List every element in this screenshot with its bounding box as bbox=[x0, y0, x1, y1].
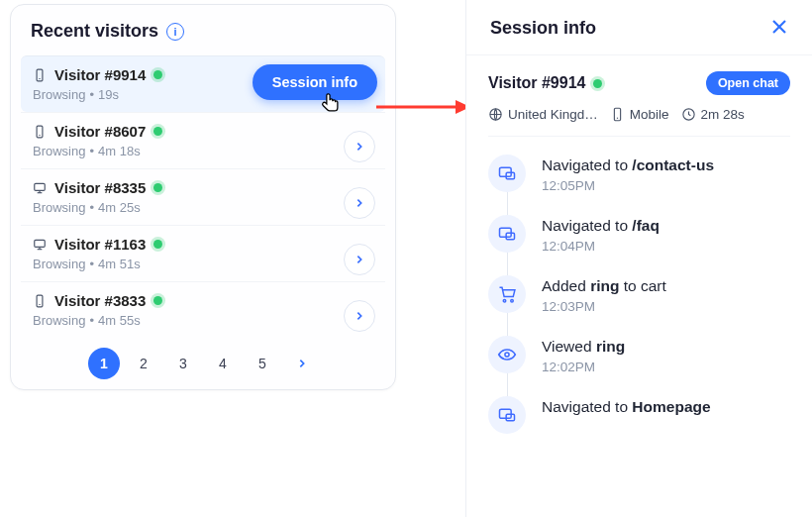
timeline-title: Viewed ring bbox=[542, 338, 625, 356]
svg-point-25 bbox=[511, 299, 514, 302]
session-info-panel: Session info Visitor #9914 Open chat Uni… bbox=[465, 0, 812, 517]
visitor-name: Visitor #9914 bbox=[54, 66, 146, 83]
mobile-icon bbox=[33, 125, 47, 139]
visitor-name: Visitor #3833 bbox=[54, 292, 146, 309]
meta-duration: 2m 28s bbox=[681, 107, 745, 122]
visitor-row[interactable]: Visitor #3833 Browsing•4m 55s bbox=[21, 281, 385, 338]
session-info-title: Session info bbox=[490, 18, 596, 39]
svg-rect-4 bbox=[35, 183, 46, 190]
online-dot-icon bbox=[153, 296, 162, 305]
session-info-button[interactable]: Session info bbox=[253, 64, 377, 100]
close-icon[interactable] bbox=[770, 18, 788, 39]
timeline-time: 12:02PM bbox=[542, 360, 625, 374]
page-next[interactable] bbox=[286, 348, 318, 379]
timeline-item: Navigated to /contact-us 12:05PM bbox=[488, 155, 790, 193]
online-dot-icon bbox=[153, 127, 162, 136]
page-5[interactable]: 5 bbox=[247, 348, 278, 379]
desktop-icon bbox=[33, 238, 47, 252]
mobile-icon bbox=[610, 107, 625, 122]
expand-visitor-button[interactable] bbox=[344, 187, 375, 219]
mobile-icon bbox=[33, 68, 47, 82]
session-visitor-name: Visitor #9914 bbox=[488, 74, 602, 92]
timeline-item: Viewed ring 12:02PM bbox=[488, 336, 790, 374]
timeline-time: 12:03PM bbox=[542, 299, 666, 314]
clock-icon bbox=[681, 107, 696, 122]
info-icon[interactable]: i bbox=[166, 23, 184, 41]
online-dot-icon bbox=[153, 70, 162, 79]
page-2[interactable]: 2 bbox=[128, 348, 159, 379]
session-meta: United Kingd… Mobile 2m 28s bbox=[488, 107, 790, 137]
visitors-list: Visitor #9914 Browsing•19s Session info … bbox=[11, 55, 395, 338]
visitor-row[interactable]: Visitor #1163 Browsing•4m 51s bbox=[21, 225, 385, 281]
visitor-row[interactable]: Visitor #8335 Browsing•4m 25s bbox=[21, 168, 385, 225]
visitor-subtext: Browsing•4m 25s bbox=[33, 200, 375, 215]
visitor-subtext: Browsing•4m 18s bbox=[33, 144, 375, 158]
expand-visitor-button[interactable] bbox=[344, 131, 375, 162]
meta-device: Mobile bbox=[610, 107, 669, 122]
recent-visitors-card: Recent visitors i Visitor #9914 Browsing… bbox=[10, 4, 396, 390]
timeline-title: Navigated to Homepage bbox=[542, 398, 711, 416]
timeline-item: Navigated to Homepage bbox=[488, 396, 790, 434]
cart-icon bbox=[488, 275, 526, 313]
timeline-item: Navigated to /faq 12:04PM bbox=[488, 215, 790, 254]
svg-point-24 bbox=[503, 299, 506, 302]
timeline-time: 12:04PM bbox=[542, 239, 660, 254]
session-visitor-header: Visitor #9914 Open chat bbox=[488, 71, 790, 95]
desktop-icon bbox=[33, 181, 47, 195]
svg-point-26 bbox=[505, 353, 509, 357]
meta-location: United Kingd… bbox=[488, 107, 598, 122]
open-chat-button[interactable]: Open chat bbox=[706, 71, 790, 95]
timeline-item: Added ring to cart 12:03PM bbox=[488, 275, 790, 314]
expand-visitor-button[interactable] bbox=[344, 300, 375, 332]
mobile-icon bbox=[33, 294, 47, 308]
svg-rect-17 bbox=[614, 108, 620, 121]
svg-rect-10 bbox=[37, 295, 43, 307]
globe-icon bbox=[488, 107, 503, 122]
page-4[interactable]: 4 bbox=[207, 348, 239, 379]
page-1[interactable]: 1 bbox=[88, 348, 120, 379]
svg-rect-0 bbox=[37, 69, 43, 81]
activity-timeline: Navigated to /contact-us 12:05PM Navigat… bbox=[488, 155, 790, 434]
visitor-row[interactable]: Visitor #9914 Browsing•19s Session info bbox=[21, 55, 385, 112]
timeline-time: 12:05PM bbox=[542, 178, 714, 193]
timeline-title: Navigated to /contact-us bbox=[542, 156, 714, 174]
session-info-header: Session info bbox=[466, 0, 812, 55]
timeline-title: Navigated to /faq bbox=[542, 217, 660, 235]
visitor-subtext: Browsing•4m 55s bbox=[33, 313, 375, 328]
visitor-name: Visitor #8607 bbox=[54, 123, 146, 140]
page-3[interactable]: 3 bbox=[167, 348, 199, 379]
flow-arrow-icon bbox=[376, 97, 470, 121]
online-dot-icon bbox=[593, 79, 602, 88]
recent-visitors-header: Recent visitors i bbox=[11, 5, 395, 55]
svg-rect-7 bbox=[35, 240, 46, 247]
online-dot-icon bbox=[153, 240, 162, 249]
eye-icon bbox=[488, 336, 526, 373]
visitor-name: Visitor #8335 bbox=[54, 179, 146, 196]
timeline-title: Added ring to cart bbox=[542, 277, 666, 295]
visitor-row[interactable]: Visitor #8607 Browsing•4m 18s bbox=[21, 112, 385, 168]
visitor-name: Visitor #1163 bbox=[54, 236, 146, 253]
pagination: 1 2 3 4 5 bbox=[11, 338, 395, 381]
online-dot-icon bbox=[153, 183, 162, 192]
recent-visitors-title: Recent visitors bbox=[31, 21, 158, 42]
navigate-icon bbox=[488, 155, 526, 192]
expand-visitor-button[interactable] bbox=[344, 244, 375, 275]
visitor-subtext: Browsing•4m 51s bbox=[33, 257, 375, 271]
navigate-icon bbox=[488, 396, 526, 434]
navigate-icon bbox=[488, 215, 526, 253]
